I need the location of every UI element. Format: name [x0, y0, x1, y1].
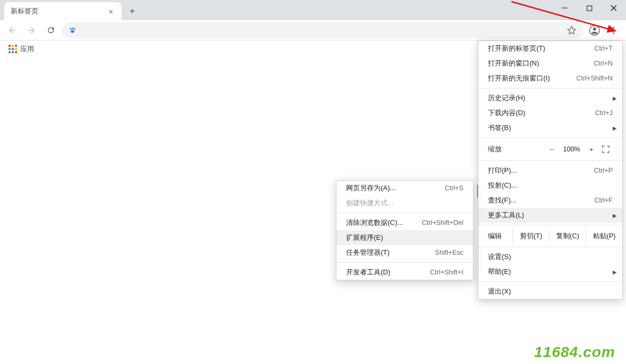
svg-point-5	[71, 27, 73, 29]
submenu-save-as[interactable]: 网页另存为(A)...Ctrl+S	[336, 181, 473, 196]
menu-cut[interactable]: 剪切(T)	[512, 228, 549, 245]
close-window-button[interactable]	[601, 0, 626, 16]
menu-separator	[478, 247, 622, 247]
toolbar	[0, 20, 626, 41]
watermark: 11684.com	[534, 344, 615, 361]
menu-separator	[478, 137, 622, 138]
chevron-right-icon: ▶	[613, 269, 617, 275]
menu-copy[interactable]: 复制(C)	[549, 228, 586, 245]
menu-downloads[interactable]: 下载内容(D)Ctrl+J	[478, 106, 622, 120]
tab-active[interactable]: 新标签页 ×	[4, 2, 122, 20]
svg-point-12	[613, 32, 615, 34]
menu-separator	[336, 213, 473, 213]
submenu-clear-data[interactable]: 清除浏览数据(C)...Ctrl+Shift+Del	[336, 215, 473, 230]
apps-label[interactable]: 应用	[20, 44, 34, 54]
more-tools-submenu: 网页另存为(A)...Ctrl+S 创建快捷方式... 清除浏览数据(C)...…	[336, 180, 473, 280]
menu-new-tab[interactable]: 打开新的标签页(T)Ctrl+T	[478, 41, 622, 56]
submenu-task-manager[interactable]: 任务管理器(T)Shift+Esc	[336, 245, 473, 260]
menu-new-window[interactable]: 打开新的窗口(N)Ctrl+N	[478, 56, 622, 71]
tab-strip: 新标签页 × +	[0, 0, 626, 20]
submenu-create-shortcut: 创建快捷方式...	[336, 196, 473, 211]
chevron-right-icon: ▶	[613, 213, 617, 219]
forward-button[interactable]	[23, 22, 39, 38]
menu-separator	[478, 225, 622, 225]
chevron-right-icon: ▶	[613, 125, 617, 131]
zoom-in-button[interactable]: +	[584, 145, 599, 153]
menu-cast[interactable]: 投射(C)...	[478, 178, 622, 193]
menu-exit[interactable]: 退出(X)	[478, 284, 622, 299]
menu-help[interactable]: 帮助(E)▶	[478, 264, 622, 279]
svg-point-10	[613, 27, 615, 28]
svg-point-11	[613, 29, 615, 31]
svg-point-4	[70, 28, 71, 29]
menu-history[interactable]: 历史记录(H)▶	[478, 91, 622, 106]
profile-button[interactable]	[587, 22, 603, 38]
menu-paste[interactable]: 粘贴(P)	[585, 228, 622, 245]
menu-separator	[478, 88, 622, 88]
menu-more-tools[interactable]: 更多工具(L)▶	[478, 208, 622, 223]
menu-find[interactable]: 查找(F)...Ctrl+F	[478, 193, 622, 208]
main-menu-button[interactable]	[606, 22, 622, 38]
chevron-right-icon: ▶	[613, 95, 617, 101]
window-controls	[552, 0, 626, 16]
minimize-button[interactable]	[552, 0, 577, 16]
bookmark-star-icon[interactable]	[566, 26, 577, 35]
submenu-dev-tools[interactable]: 开发者工具(D)Ctrl+Shift+I	[336, 265, 473, 280]
main-menu: 打开新的标签页(T)Ctrl+T 打开新的窗口(N)Ctrl+N 打开新的无痕窗…	[478, 41, 623, 300]
menu-edit-row: 编辑 剪切(T) 复制(C) 粘贴(P)	[478, 228, 622, 245]
svg-rect-1	[587, 6, 592, 11]
zoom-out-button[interactable]: −	[544, 145, 559, 153]
menu-new-incognito[interactable]: 打开新的无痕窗口(I)Ctrl+Shift+N	[478, 71, 622, 86]
menu-separator	[478, 160, 622, 161]
menu-separator	[336, 262, 473, 263]
back-button[interactable]	[4, 22, 20, 38]
svg-line-3	[611, 5, 616, 11]
new-tab-button[interactable]: +	[125, 4, 140, 19]
svg-point-9	[593, 27, 596, 30]
site-icon	[68, 26, 77, 35]
svg-point-7	[71, 30, 75, 33]
fullscreen-icon[interactable]	[599, 145, 613, 153]
tab-title: 新标签页	[11, 7, 107, 16]
zoom-level: 100%	[559, 145, 584, 153]
menu-bookmarks[interactable]: 书签(B)▶	[478, 120, 622, 135]
svg-point-6	[74, 28, 75, 29]
address-bar[interactable]	[62, 22, 583, 38]
reload-button[interactable]	[43, 22, 59, 38]
menu-zoom: 缩放 − 100% +	[478, 140, 622, 158]
url-input[interactable]	[81, 26, 562, 35]
maximize-button[interactable]	[577, 0, 601, 16]
apps-icon[interactable]	[9, 45, 17, 53]
menu-print[interactable]: 打印(P)...Ctrl+P	[478, 163, 622, 178]
submenu-extensions[interactable]: 扩展程序(E)	[336, 230, 473, 245]
menu-separator	[478, 281, 622, 282]
svg-line-2	[611, 5, 616, 11]
menu-settings[interactable]: 设置(S)	[478, 249, 622, 264]
tab-close-icon[interactable]: ×	[107, 7, 115, 15]
